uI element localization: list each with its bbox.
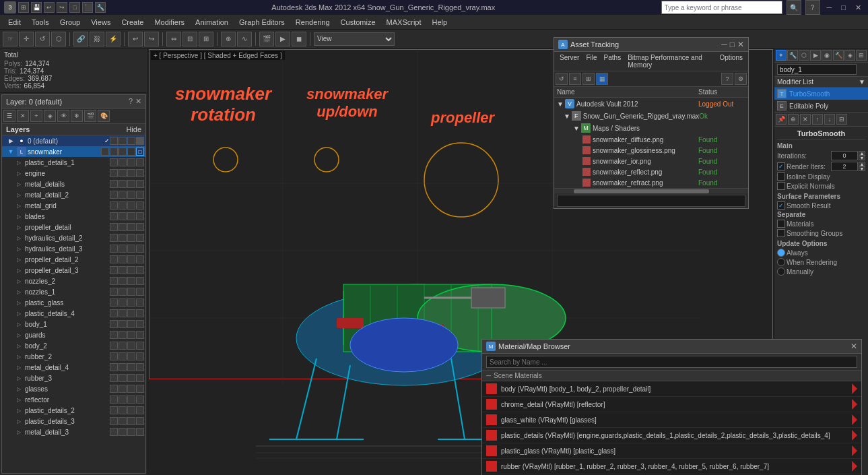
at-path-box[interactable] (557, 195, 745, 207)
mod-icon3[interactable]: ✕ (800, 114, 811, 125)
layer-item[interactable]: ▷ rubber_3 (2, 373, 145, 383)
iterations-down[interactable]: ▼ (859, 156, 865, 160)
tool-link[interactable]: 🔗 (73, 32, 88, 46)
layer-item[interactable]: ▷ metal_detail_3 (2, 426, 145, 437)
cmd-create[interactable]: ✦ (776, 50, 787, 61)
tool-select[interactable]: ☞ (3, 32, 18, 46)
layer-ctrl[interactable] (110, 158, 118, 166)
cmd-modify[interactable]: 🔧 (787, 50, 798, 61)
menu-tools[interactable]: Tools (26, 17, 55, 28)
layer-ctrl[interactable] (127, 309, 135, 317)
layer-render-btn[interactable]: 🎬 (84, 110, 96, 122)
menu-group[interactable]: Group (55, 17, 86, 28)
layer-ctrl[interactable] (127, 201, 135, 210)
layer-item[interactable]: ▷ metal_detail_2 (2, 189, 145, 200)
layer-item[interactable]: ▷ nozzles_1 (2, 286, 145, 297)
layer-ctrl[interactable] (110, 374, 118, 382)
layer-ctrl[interactable] (136, 331, 144, 339)
layer-ctrl[interactable] (127, 395, 135, 404)
at-close-btn[interactable]: ✕ (737, 40, 744, 49)
layer-ctrl[interactable] (136, 363, 144, 371)
layer-item[interactable]: ▷ reflector (2, 394, 145, 405)
at-max-btn[interactable]: □ (730, 40, 735, 49)
layer-ctrl[interactable] (127, 169, 135, 177)
layer-ctrl[interactable] (127, 417, 135, 425)
layer-list[interactable]: ▶ ● 0 (default) ✓ ▼ L snowma (2, 135, 145, 473)
layer-ctrl[interactable] (127, 374, 135, 382)
tb-icon-1[interactable]: ⊞ (18, 2, 29, 13)
tool-bind[interactable]: ⚡ (106, 32, 121, 46)
layer-item[interactable]: ▷ plastic_details_1 (2, 157, 145, 168)
layer-ctrl[interactable] (119, 428, 127, 436)
layer-ctrl[interactable] (110, 201, 118, 210)
layer-item[interactable]: ▼ L snowmaker □ (2, 146, 145, 157)
tool-scale[interactable]: ⬡ (51, 32, 66, 46)
layer-visible[interactable] (101, 148, 109, 156)
layer-ctrl[interactable] (136, 277, 144, 285)
win-close[interactable]: ✕ (853, 3, 864, 12)
layer-ctrl[interactable] (136, 180, 144, 188)
mb-section[interactable]: ─ Scene Materials (482, 371, 861, 381)
at-row[interactable]: snowmaker_ior.png Found (554, 156, 748, 166)
ts-rendering-radio[interactable] (777, 258, 785, 266)
layer-item[interactable]: ▷ nozzles_2 (2, 276, 145, 286)
at-scrollbar[interactable] (554, 188, 748, 193)
cmd-hierarchy[interactable]: ⬡ (799, 50, 809, 61)
tool-align[interactable]: ⊟ (182, 32, 197, 46)
layer-ctrl[interactable] (119, 331, 127, 339)
search-icon[interactable]: 🔍 (787, 0, 801, 15)
layer-ctrl[interactable] (110, 406, 118, 414)
cmd-display[interactable]: ◉ (822, 50, 832, 61)
layer-delete-btn[interactable]: ✕ (17, 110, 29, 122)
layer-item[interactable]: ▷ engine (2, 168, 145, 179)
ts-always-radio[interactable] (777, 249, 785, 257)
layer-box[interactable]: □ (136, 148, 144, 156)
at-row[interactable]: snowmaker_diffuse.png Found (554, 134, 748, 145)
tool-render-setup[interactable]: 🎬 (259, 32, 274, 46)
tb-icon-7[interactable]: 🔧 (95, 2, 106, 13)
layer-ctrl[interactable] (119, 352, 127, 360)
layer-ctrl[interactable] (136, 158, 144, 166)
menu-rendering[interactable]: Rendering (290, 17, 335, 28)
at-expand-icon[interactable]: ▼ (564, 113, 570, 120)
mb-item[interactable]: body (VRayMtl) [body_1, body_2, propelle… (482, 381, 861, 397)
layer-item[interactable]: ▷ body_1 (2, 319, 145, 329)
tool-undo[interactable]: ↩ (128, 32, 143, 46)
layer-ctrl[interactable] (136, 245, 144, 253)
layer-ctrl[interactable] (119, 234, 127, 242)
layer-ctrl[interactable] (127, 158, 135, 166)
layer-ctrl[interactable] (127, 342, 135, 350)
layer-item[interactable]: ▷ glasses (2, 383, 145, 394)
layer-ctrl[interactable] (119, 363, 127, 371)
reference-coord[interactable]: View (314, 32, 395, 46)
layer-ctrl[interactable] (127, 428, 135, 436)
at-row[interactable]: snowmaker_reflect.png Found (554, 166, 748, 177)
layer-ctrl[interactable] (110, 352, 118, 360)
layer-ctrl[interactable] (119, 374, 127, 382)
menu-help[interactable]: Help (427, 17, 453, 28)
layer-item[interactable]: ▷ metal_grid (2, 200, 145, 211)
iterations-up[interactable]: ▲ (859, 151, 865, 156)
at-expand-icon[interactable]: ▼ (573, 125, 580, 132)
cmd-utilities[interactable]: 🔨 (833, 50, 844, 61)
modifier-dropdown-icon[interactable]: ▼ (859, 78, 865, 86)
tool-rotate[interactable]: ↺ (35, 32, 50, 46)
ts-render-iters-value[interactable]: 2 (831, 162, 858, 171)
layer-ctrl[interactable] (136, 169, 144, 177)
tool-mirror[interactable]: ⇔ (166, 32, 181, 46)
layer-color-btn[interactable]: 🎨 (98, 110, 110, 122)
layer-ctrl[interactable] (110, 331, 118, 339)
layer-close-btn[interactable]: ✕ (135, 97, 141, 106)
at-table-btn[interactable]: ▦ (596, 73, 608, 85)
layer-ctrl[interactable] (127, 320, 135, 328)
ts-smooth-check[interactable]: ✓ (777, 201, 785, 210)
at-refresh-btn[interactable]: ↺ (556, 73, 568, 85)
cmd-icon-8[interactable]: ⊞ (856, 50, 867, 61)
layer-hide-btn[interactable]: 👁 (57, 110, 69, 122)
layer-ctrl[interactable] (127, 191, 135, 199)
layer-ctrl[interactable] (110, 169, 118, 177)
layer-render[interactable] (119, 148, 127, 156)
mod-icon4[interactable]: ↑ (812, 114, 823, 125)
layer-ctrl[interactable] (127, 363, 135, 371)
at-scrollbar-thumb[interactable] (574, 189, 710, 193)
